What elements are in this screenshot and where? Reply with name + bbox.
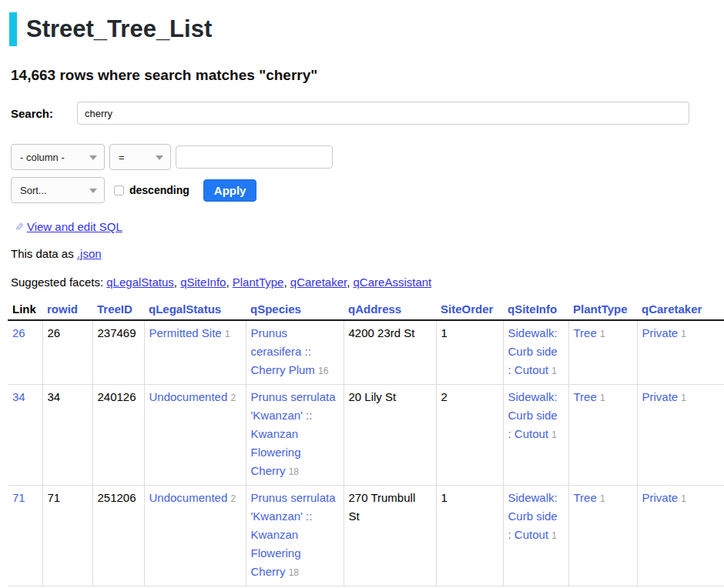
cell-qsiteinfo: Sidewalk: Curb side : Cutout 1 bbox=[503, 385, 568, 486]
operator-select-value: = bbox=[119, 152, 125, 163]
facet-count: 1 bbox=[681, 329, 686, 339]
cell-qsiteinfo: Sidewalk: Curb side : Cutout 1 bbox=[503, 486, 568, 586]
facet-count: 1 bbox=[551, 530, 557, 541]
sort-select[interactable]: Sort... bbox=[11, 177, 105, 203]
json-link[interactable]: .json bbox=[77, 247, 102, 260]
sort-row: Sort... descending Apply bbox=[11, 177, 724, 203]
chevron-down-icon bbox=[156, 155, 163, 160]
column-header-link: Link bbox=[8, 301, 42, 320]
facet-value-link[interactable]: Prunus serrulata 'Kwanzan' :: Kwanzan Fl… bbox=[251, 390, 336, 477]
cell-rowid: 34 bbox=[42, 385, 92, 486]
cell-treeid: 240126 bbox=[92, 385, 144, 486]
facet-value-link[interactable]: Private bbox=[642, 390, 679, 403]
cell-siteorder: 1 bbox=[436, 320, 503, 385]
cell-qsiteinfo: Sidewalk: Curb side : Cutout 1 bbox=[503, 320, 568, 385]
apply-button[interactable]: Apply bbox=[203, 179, 257, 202]
facet-count: 1 bbox=[600, 329, 605, 339]
column-header-treeid: TreeID bbox=[92, 301, 144, 320]
row-count-summary: 14,663 rows where search matches "cherry… bbox=[11, 67, 724, 84]
facet-count: 2 bbox=[230, 393, 236, 403]
results-table: Link rowid TreeID qLegalStatus qSpecies … bbox=[8, 301, 724, 586]
cell-planttype: Tree 1 bbox=[568, 385, 637, 486]
page-title: Street_Tree_List bbox=[26, 12, 212, 46]
facet-value-link[interactable]: Sidewalk: Curb side : Cutout bbox=[508, 390, 558, 440]
facet-link-qsiteinfo[interactable]: qSiteInfo bbox=[180, 276, 226, 289]
cell-qcaretaker: Private 1 bbox=[637, 385, 724, 486]
chevron-down-icon bbox=[89, 189, 97, 193]
facet-link-qcareassistant[interactable]: qCareAssistant bbox=[354, 276, 432, 289]
table-row: 26 26 237469 Permitted Site 1 Prunus cer… bbox=[8, 320, 724, 385]
column-select[interactable]: - column - bbox=[11, 144, 105, 170]
data-export-line: This data as .json bbox=[11, 247, 724, 260]
sort-select-value: Sort... bbox=[20, 185, 47, 196]
cell-link: 71 bbox=[8, 486, 42, 586]
facet-value-link[interactable]: Undocumented bbox=[149, 390, 228, 403]
descending-checkbox[interactable] bbox=[114, 185, 124, 195]
facet-count: 1 bbox=[600, 493, 605, 504]
row-link[interactable]: 34 bbox=[12, 390, 25, 403]
facet-count: 16 bbox=[318, 366, 328, 376]
column-header-rowid: rowid bbox=[42, 301, 92, 320]
cell-qlegalstatus: Undocumented 2 bbox=[144, 385, 246, 486]
facet-count: 1 bbox=[551, 429, 557, 440]
facet-value-link[interactable]: Tree bbox=[574, 390, 597, 403]
column-header-qaddress: qAddress bbox=[344, 301, 436, 320]
facet-count: 1 bbox=[681, 493, 686, 504]
pencil-icon: ✎ bbox=[15, 221, 24, 233]
cell-qspecies: Prunus cerasifera :: Cherry Plum 16 bbox=[246, 320, 344, 385]
facet-value-link[interactable]: Sidewalk: Curb side : Cutout bbox=[508, 326, 558, 376]
facet-link-qcaretaker[interactable]: qCaretaker bbox=[290, 276, 347, 289]
column-header-qspecies: qSpecies bbox=[246, 301, 344, 320]
facet-value-link[interactable]: Tree bbox=[574, 491, 597, 504]
table-row: 71 71 251206 Undocumented 2 Prunus serru… bbox=[8, 486, 724, 586]
facet-value-link[interactable]: Tree bbox=[574, 326, 597, 339]
view-edit-sql-link[interactable]: View and edit SQL bbox=[27, 220, 122, 233]
search-label: Search: bbox=[11, 107, 77, 120]
facet-count: 2 bbox=[230, 493, 236, 504]
operator-select[interactable]: = bbox=[109, 144, 171, 170]
search-input[interactable] bbox=[77, 102, 689, 125]
column-header-qsiteinfo: qSiteInfo bbox=[503, 301, 568, 320]
facet-count: 18 bbox=[289, 567, 299, 578]
data-as-label: This data as bbox=[11, 247, 74, 260]
cell-qcaretaker: Private 1 bbox=[637, 486, 724, 586]
facet-count: 1 bbox=[681, 393, 686, 403]
suggested-facets-line: Suggested facets: qLegalStatusqSiteInfoP… bbox=[11, 276, 724, 289]
facet-count: 1 bbox=[551, 366, 557, 376]
facet-value-link[interactable]: Private bbox=[642, 326, 679, 339]
cell-treeid: 237469 bbox=[92, 320, 144, 385]
cell-qspecies: Prunus serrulata 'Kwanzan' :: Kwanzan Fl… bbox=[246, 486, 344, 586]
facet-value-link[interactable]: Prunus cerasifera :: Cherry Plum bbox=[251, 326, 315, 376]
cell-qspecies: Prunus serrulata 'Kwanzan' :: Kwanzan Fl… bbox=[246, 385, 344, 486]
facet-count: 1 bbox=[225, 329, 230, 339]
facet-value-link[interactable]: Permitted Site bbox=[149, 326, 222, 339]
facet-value-link[interactable]: Sidewalk: Curb side : Cutout bbox=[508, 491, 558, 541]
facet-value-link[interactable]: Undocumented bbox=[149, 491, 228, 504]
column-header-planttype: PlantType bbox=[568, 301, 637, 320]
facet-link-planttype[interactable]: PlantType bbox=[233, 276, 284, 289]
facet-link-qlegalstatus[interactable]: qLegalStatus bbox=[106, 276, 174, 289]
cell-treeid: 251206 bbox=[92, 486, 144, 586]
column-select-value: - column - bbox=[20, 152, 65, 163]
cell-qaddress: 270 Trumbull St bbox=[344, 486, 436, 586]
facet-value-link[interactable]: Prunus serrulata 'Kwanzan' :: Kwanzan Fl… bbox=[251, 491, 336, 578]
cell-qlegalstatus: Permitted Site 1 bbox=[144, 320, 246, 385]
row-link[interactable]: 71 bbox=[12, 491, 25, 504]
row-link[interactable]: 26 bbox=[12, 326, 25, 339]
filter-row: - column - = bbox=[11, 144, 724, 170]
table-row: 34 34 240126 Undocumented 2 Prunus serru… bbox=[8, 385, 724, 486]
accent-bar bbox=[9, 12, 17, 46]
column-header-siteorder: SiteOrder bbox=[436, 301, 503, 320]
cell-qaddress: 20 Lily St bbox=[344, 385, 436, 486]
filter-value-input[interactable] bbox=[176, 145, 333, 169]
table-header-row: Link rowid TreeID qLegalStatus qSpecies … bbox=[8, 301, 724, 320]
descending-label: descending bbox=[129, 184, 189, 196]
cell-qlegalstatus: Undocumented 2 bbox=[144, 486, 246, 586]
cell-planttype: Tree 1 bbox=[568, 320, 637, 385]
chevron-down-icon bbox=[89, 155, 97, 160]
cell-link: 34 bbox=[8, 385, 42, 486]
facet-value-link[interactable]: Private bbox=[642, 491, 679, 504]
search-row: Search: bbox=[11, 102, 689, 125]
cell-link: 26 bbox=[8, 320, 42, 385]
facet-count: 1 bbox=[600, 393, 605, 403]
